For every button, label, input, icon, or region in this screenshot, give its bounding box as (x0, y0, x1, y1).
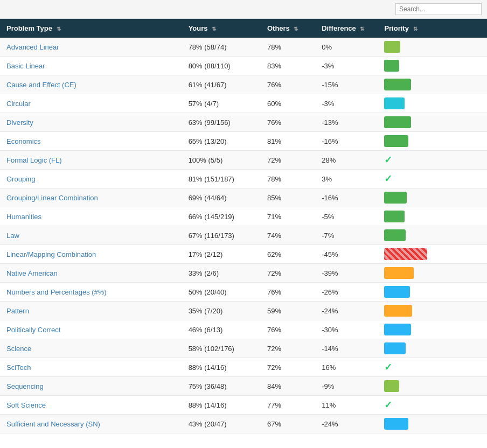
cell-yours: 35% (7/20) (182, 302, 261, 320)
sort-icon-yours: ⇅ (212, 26, 216, 32)
cell-difference: -3% (315, 57, 378, 75)
search-input[interactable] (395, 3, 482, 15)
problem-type-link[interactable]: Formal Logic (FL) (6, 156, 62, 164)
table-row: Native American33% (2/6)72%-39% (0, 264, 487, 283)
cell-problem-type: Advanced Linear (0, 38, 182, 57)
cell-priority: ✓ (378, 396, 487, 415)
main-container: Problem Type ⇅ Yours ⇅ Others ⇅ Differen… (0, 0, 487, 433)
cell-priority (378, 377, 487, 396)
cell-yours: 17% (2/12) (182, 245, 261, 264)
cell-difference: -13% (315, 113, 378, 132)
cell-priority (378, 38, 487, 57)
col-header-others[interactable]: Others ⇅ (261, 19, 315, 38)
cell-priority (378, 302, 487, 320)
problem-type-link[interactable]: Sequencing (6, 382, 44, 390)
cell-others: 76% (261, 283, 315, 302)
cell-problem-type: Sufficient and Necessary (SN) (0, 415, 182, 433)
priority-bar (384, 97, 405, 109)
problem-type-link[interactable]: Advanced Linear (6, 43, 59, 51)
problem-type-link[interactable]: Politically Correct (6, 326, 60, 334)
cell-problem-type: Pattern (0, 302, 182, 320)
col-header-problem-type[interactable]: Problem Type ⇅ (0, 19, 182, 38)
table-row: Grouping81% (151/187)78%3%✓ (0, 170, 487, 188)
problem-type-link[interactable]: SciTech (6, 363, 31, 372)
cell-others: 72% (261, 264, 315, 283)
cell-yours: 81% (151/187) (182, 170, 261, 188)
cell-problem-type: Economics (0, 132, 182, 151)
sort-icon-problem: ⇅ (57, 26, 61, 32)
problem-type-link[interactable]: Sufficient and Necessary (SN) (6, 420, 100, 428)
cell-difference: 16% (315, 358, 378, 377)
col-header-yours[interactable]: Yours ⇅ (182, 19, 261, 38)
sort-icon-others: ⇅ (294, 26, 298, 32)
priority-bar (384, 116, 411, 128)
cell-priority (378, 226, 487, 245)
problem-type-link[interactable]: Humanities (6, 213, 41, 221)
problem-type-link[interactable]: Circular (6, 100, 31, 108)
priority-bar-container (384, 229, 438, 241)
problem-type-link[interactable]: Law (6, 232, 19, 240)
cell-others: 60% (261, 94, 315, 113)
table-row: Circular57% (4/7)60%-3% (0, 94, 487, 113)
problem-type-link[interactable]: Basic Linear (6, 62, 45, 70)
priority-bar-container (384, 116, 438, 128)
table-row: Soft Science88% (14/16)77%11%✓ (0, 396, 487, 415)
cell-yours: 66% (145/219) (182, 207, 261, 226)
problem-type-link[interactable]: Native American (6, 269, 58, 277)
table-row: Law67% (116/173)74%-7% (0, 226, 487, 245)
problem-type-link[interactable]: Soft Science (6, 401, 46, 409)
checkmark-icon: ✓ (384, 155, 392, 165)
cell-yours: 50% (20/40) (182, 283, 261, 302)
table-header-row: Problem Type ⇅ Yours ⇅ Others ⇅ Differen… (0, 19, 487, 38)
cell-priority (378, 75, 487, 94)
cell-priority (378, 207, 487, 226)
problem-type-link[interactable]: Linear/Mapping Combination (6, 250, 96, 258)
cell-difference: 11% (315, 396, 378, 415)
cell-others: 76% (261, 75, 315, 94)
cell-difference: -24% (315, 302, 378, 320)
cell-priority (378, 245, 487, 264)
priority-bar-container (384, 418, 438, 430)
checkmark-icon: ✓ (384, 362, 392, 373)
table-row: Humanities66% (145/219)71%-5% (0, 207, 487, 226)
cell-others: 72% (261, 151, 315, 170)
problem-type-link[interactable]: Cause and Effect (CE) (6, 81, 76, 89)
priority-bar (384, 267, 414, 279)
problem-type-link[interactable]: Economics (6, 137, 41, 145)
table-body: Advanced Linear78% (58/74)78%0%Basic Lin… (0, 38, 487, 433)
problem-type-link[interactable]: Grouping/Linear Combination (6, 194, 98, 202)
cell-difference: -15% (315, 75, 378, 94)
table-row: Sequencing75% (36/48)84%-9% (0, 377, 487, 396)
cell-problem-type: Soft Science (0, 396, 182, 415)
cell-others: 71% (261, 207, 315, 226)
cell-priority (378, 264, 487, 283)
cell-yours: 88% (14/16) (182, 358, 261, 377)
priority-bar (384, 41, 400, 53)
priority-bar-container (384, 324, 438, 335)
cell-priority: ✓ (378, 151, 487, 170)
problem-type-link[interactable]: Pattern (6, 307, 29, 315)
col-header-priority[interactable]: Priority ⇅ (378, 19, 487, 38)
problem-type-link[interactable]: Numbers and Percentages (#%) (6, 288, 107, 296)
cell-problem-type: Numbers and Percentages (#%) (0, 283, 182, 302)
cell-problem-type: Grouping/Linear Combination (0, 188, 182, 207)
problem-type-link[interactable]: Science (6, 345, 31, 353)
cell-problem-type: Basic Linear (0, 57, 182, 75)
table-row: Formal Logic (FL)100% (5/5)72%28%✓ (0, 151, 487, 170)
table-row: Politically Correct46% (6/13)76%-30% (0, 320, 487, 339)
cell-others: 81% (261, 132, 315, 151)
table-row: Cause and Effect (CE)61% (41/67)76%-15% (0, 75, 487, 94)
cell-difference: -3% (315, 94, 378, 113)
col-header-difference[interactable]: Difference ⇅ (315, 19, 378, 38)
sort-icon-priority: ⇅ (413, 26, 418, 32)
cell-problem-type: Native American (0, 264, 182, 283)
cell-difference: -14% (315, 339, 378, 358)
cell-others: 78% (261, 38, 315, 57)
cell-yours: 65% (13/20) (182, 132, 261, 151)
priority-bar (384, 79, 411, 90)
problem-type-link[interactable]: Diversity (6, 118, 33, 127)
problem-type-link[interactable]: Grouping (6, 175, 35, 183)
cell-yours: 61% (41/67) (182, 75, 261, 94)
priority-bar-container (384, 342, 438, 354)
cell-problem-type: SciTech (0, 358, 182, 377)
